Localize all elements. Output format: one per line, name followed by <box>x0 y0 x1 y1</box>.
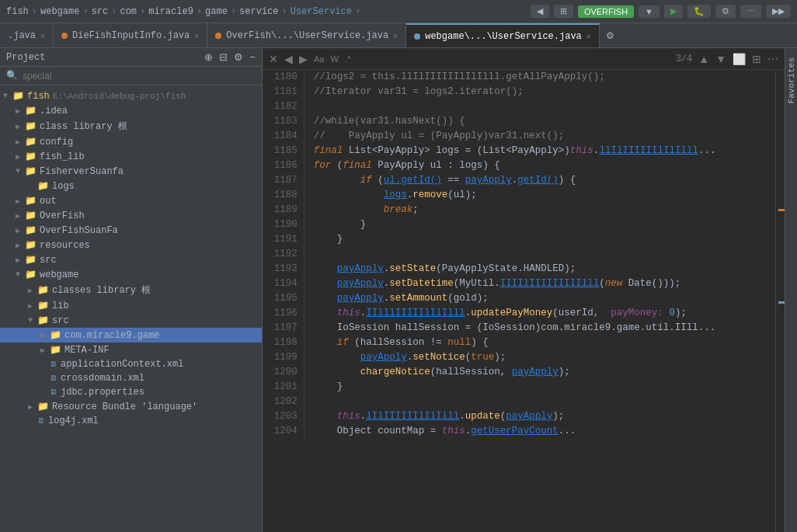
label-logs: logs <box>52 181 75 192</box>
bc-game[interactable]: game <box>205 6 228 17</box>
tree-item-crossdomain[interactable]: 🗎 crossdomain.xml <box>0 371 262 385</box>
tree-item-metainf[interactable]: ▶ 📁 META-INF <box>0 342 262 357</box>
search-icon: 🔍 <box>6 70 18 82</box>
back-button[interactable]: ◀ <box>531 5 549 18</box>
forward-button[interactable]: ▶▶ <box>766 5 791 18</box>
tab-diefish-dot <box>61 33 68 39</box>
tree-item-com-miracle9[interactable]: ▶ 📁 com.miracle9.game <box>0 328 262 342</box>
line-num-1183: 1183 <box>263 114 304 129</box>
tab-java[interactable]: .java ✕ <box>0 23 54 47</box>
code-scroll[interactable]: 1180 //logs2 = this.llIlIIIIIIlIlIlll.ge… <box>263 70 775 532</box>
bc-miracle9[interactable]: miracle9 <box>148 6 193 17</box>
run-button[interactable]: ▶ <box>664 5 683 18</box>
tab-diefish[interactable]: DieFishInputInfo.java ✕ <box>54 23 207 47</box>
tab-java-close[interactable]: ✕ <box>40 31 45 40</box>
label-com-miracle9: com.miracle9.game <box>64 330 159 341</box>
tree-item-config[interactable]: ▶ 📁 config <box>0 134 262 149</box>
close-search-button[interactable]: ✕ <box>269 53 278 65</box>
tab-webgame-close[interactable]: ✕ <box>586 32 591 41</box>
arrow-fish-lib: ▶ <box>16 152 25 162</box>
prev-result-button[interactable]: ◀ <box>284 53 293 65</box>
whole-word-button[interactable]: W <box>330 54 338 64</box>
next-result-button[interactable]: ▶ <box>299 53 308 65</box>
label-fisherversuanfa: FisherverSuanfa <box>40 166 124 177</box>
line-code-1187: if (ul.getId() == payApply.getId()) { <box>304 173 775 188</box>
gear-icon[interactable]: ⚙ <box>234 51 243 63</box>
tree-item-fish[interactable]: ▼ 📁 fish E:\Android\debug-proj\fish <box>0 89 262 103</box>
line-num-1201: 1201 <box>263 380 304 395</box>
tab-overfish-close[interactable]: ✕ <box>393 31 398 40</box>
tree-item-overfish[interactable]: ▶ 📁 OverFish <box>0 208 262 223</box>
code-row-1185: 1185 final List<PayApply> logs = (List<P… <box>263 144 775 158</box>
label-resource-bundle: Resource Bundle 'language' <box>52 402 197 412</box>
code-row-1196: 1196 this.IIlllIIIIIlIlIlll.updatePayMon… <box>263 306 775 321</box>
code-row-1200: 1200 chargeNotice(hallSession, payApply)… <box>263 365 775 380</box>
tree-item-resource-bundle[interactable]: ▶ 📁 Resource Bundle 'language' <box>0 399 262 414</box>
tree-item-idea[interactable]: ▶ 📁 .idea <box>0 103 262 118</box>
code-row-1182: 1182 <box>263 99 775 114</box>
overfish-button[interactable]: OVERFISH <box>578 5 634 18</box>
line-num-1198: 1198 <box>263 336 304 350</box>
line-code-1199: payApply.setNotice(true); <box>304 350 775 365</box>
bc-com[interactable]: com <box>120 6 137 17</box>
code-row-1202: 1202 <box>263 395 775 409</box>
folder-icon-fish: 📁 <box>12 90 24 102</box>
folder-icon-resources: 📁 <box>25 239 37 251</box>
main-layout: Project ⊕ ⊟ ⚙ − 🔍 ▼ 📁 fish E:\Android\de… <box>0 48 797 532</box>
line-code-1195: payApply.setAmmount(gold); <box>304 291 775 306</box>
add-icon[interactable]: ⊕ <box>204 51 213 63</box>
tab-webgame-userservice[interactable]: webgame\...\UserService.java ✕ <box>406 23 600 47</box>
tree-item-src[interactable]: ▶ 📁 src <box>0 252 262 267</box>
arrow-fisherversuanfa: ▼ <box>16 167 25 176</box>
line-num-1187: 1187 <box>263 173 304 188</box>
tree-item-jdbc[interactable]: 🗎 jdbc.properties <box>0 385 262 399</box>
search-input[interactable] <box>23 71 256 82</box>
dropdown-button[interactable]: ▼ <box>639 5 660 18</box>
top-bar-right: ◀ ⊞ OVERFISH ▼ ▶ 🐛 ⚙ ⋯ ▶▶ <box>531 5 791 18</box>
more-button[interactable]: ⋯ <box>740 5 761 18</box>
code-row-1181: 1181 //Iterator var31 = logs2.iterator()… <box>263 85 775 99</box>
bc-fish[interactable]: fish <box>6 6 29 17</box>
settings-tab-button[interactable]: ⚙ <box>600 23 621 47</box>
tree-item-log4j[interactable]: 🗎 log4j.xml <box>0 414 262 428</box>
minimize-icon[interactable]: − <box>249 51 256 63</box>
tree-item-lib[interactable]: ▶ 📁 lib <box>0 298 262 313</box>
tab-diefish-close[interactable]: ✕ <box>194 31 199 40</box>
tree-item-fish-lib[interactable]: ▶ 📁 fish_lib <box>0 149 262 164</box>
bc-webgame[interactable]: webgame <box>40 6 79 17</box>
line-num-1196: 1196 <box>263 306 304 321</box>
folder-icon-class-library: 📁 <box>25 120 37 132</box>
layout-button[interactable]: ⊞ <box>554 5 573 18</box>
collapse-icon[interactable]: ⊟ <box>219 51 228 63</box>
nav-down-button[interactable]: ▼ <box>715 53 726 65</box>
tree-item-fisherversuanfa[interactable]: ▼ 📁 FisherverSuanfa <box>0 164 262 179</box>
tree-item-appcontext[interactable]: 🗎 applicationContext.xml <box>0 357 262 371</box>
folder-icon-webgame: 📁 <box>25 269 37 280</box>
editor-gutter[interactable] <box>775 70 785 532</box>
debug-button[interactable]: 🐛 <box>687 5 711 18</box>
tree-item-classes-library[interactable]: ▶ 📁 classes library 根 <box>0 282 262 298</box>
tree-item-out[interactable]: ▶ 📁 out <box>0 193 262 208</box>
top-bar: fish › webgame › src › com › miracle9 › … <box>0 0 797 23</box>
tree-item-logs[interactable]: 📁 logs <box>0 179 262 193</box>
tree-item-overfishsuanfa[interactable]: ▶ 📁 OverFishSuanFa <box>0 223 262 238</box>
tree-item-src2[interactable]: ▼ 📁 src <box>0 313 262 328</box>
more-options-button[interactable]: ⋯ <box>767 53 778 65</box>
bc-userservice[interactable]: UserService <box>291 6 352 17</box>
bc-service[interactable]: service <box>239 6 278 17</box>
tree-item-resources[interactable]: ▶ 📁 resources <box>0 238 262 252</box>
regex-button[interactable]: .* <box>345 54 350 64</box>
tree-item-webgame[interactable]: ▼ 📁 webgame <box>0 267 262 282</box>
nav-up-button[interactable]: ▲ <box>698 53 709 65</box>
bc-src[interactable]: src <box>92 6 109 17</box>
split-button[interactable]: ⊞ <box>752 53 761 65</box>
folder-icon-overfish: 📁 <box>25 210 37 221</box>
expand-button[interactable]: ⬜ <box>733 53 746 65</box>
settings-button[interactable]: ⚙ <box>715 5 736 18</box>
tree-item-class-library[interactable]: ▶ 📁 class library 根 <box>0 118 262 134</box>
match-case-button[interactable]: Aa <box>314 54 324 64</box>
gutter-mark-1 <box>778 209 785 211</box>
code-table: 1180 //logs2 = this.llIlIIIIIIlIlIlll.ge… <box>263 70 775 439</box>
tab-overfish[interactable]: OverFish\...\UserService.java ✕ <box>207 23 406 47</box>
code-row-1198: 1198 if (hallSession != null) { <box>263 336 775 350</box>
